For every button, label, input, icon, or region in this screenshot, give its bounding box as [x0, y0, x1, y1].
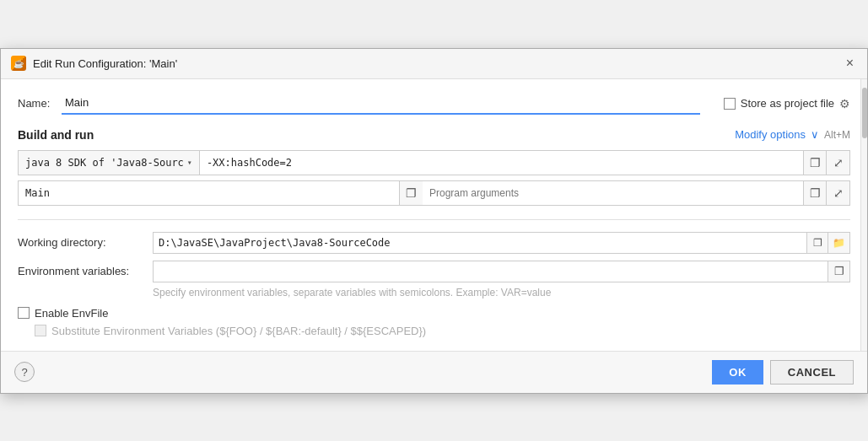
- env-vars-row: Environment variables: ❐: [18, 261, 850, 282]
- enable-envfile-checkbox[interactable]: [18, 307, 30, 319]
- modify-options-button[interactable]: Modify options ∨ Alt+M: [735, 128, 850, 141]
- substitute-vars-label: Substitute Environment Variables (${FOO}…: [51, 325, 426, 337]
- main-copy-button[interactable]: ❐: [399, 180, 423, 206]
- footer-right: OK CANCEL: [712, 360, 854, 385]
- env-vars-input[interactable]: [153, 261, 828, 282]
- dialog-title: Edit Run Configuration: 'Main': [33, 57, 177, 70]
- close-button[interactable]: ×: [843, 55, 857, 72]
- name-label: Name:: [18, 97, 51, 110]
- vm-expand-button[interactable]: ⤢: [827, 150, 850, 175]
- app-icon: ☕: [11, 56, 26, 71]
- workdir-input[interactable]: [153, 232, 806, 254]
- store-label: Store as project file: [741, 97, 834, 110]
- workdir-buttons: ❐ 📁: [806, 232, 850, 254]
- env-vars-label: Environment variables:: [18, 265, 153, 277]
- gear-icon[interactable]: ⚙: [839, 97, 850, 110]
- sdk-vm-row: java 8 SDK of 'Java8-Sourc ▾ ❐ ⤢: [18, 150, 850, 175]
- env-hint: Specify environment variables, separate …: [153, 286, 850, 298]
- name-input[interactable]: [62, 93, 700, 115]
- enable-envfile-label: Enable EnvFile: [35, 307, 108, 320]
- store-row: Store as project file ⚙: [724, 97, 850, 110]
- dialog-body: Name: Store as project file ⚙ Build and …: [1, 79, 867, 351]
- workdir-file-button[interactable]: ❐: [806, 232, 828, 254]
- shortcut-label: Alt+M: [824, 129, 850, 141]
- section-title: Build and run: [18, 128, 94, 142]
- sdk-select[interactable]: java 8 SDK of 'Java8-Sourc ▾: [18, 150, 199, 175]
- sdk-arrow: ▾: [187, 158, 192, 167]
- substitute-vars-checkbox: [35, 325, 46, 336]
- ok-button[interactable]: OK: [712, 360, 763, 385]
- separator: [18, 219, 850, 220]
- title-bar-left: ☕ Edit Run Configuration: 'Main': [11, 56, 177, 71]
- build-run-header: Build and run Modify options ∨ Alt+M: [18, 128, 850, 142]
- dialog-footer: ? OK CANCEL: [1, 351, 867, 393]
- vm-copy-button[interactable]: ❐: [803, 150, 827, 175]
- dialog-window: ☕ Edit Run Configuration: 'Main' × Name:…: [0, 48, 868, 394]
- scrollbar[interactable]: [860, 79, 867, 351]
- prog-args-input[interactable]: [423, 180, 803, 206]
- vm-options-input[interactable]: [199, 150, 803, 175]
- args-expand-button[interactable]: ⤢: [827, 180, 850, 206]
- title-bar: ☕ Edit Run Configuration: 'Main' ×: [1, 49, 867, 79]
- args-copy-button[interactable]: ❐: [803, 180, 827, 206]
- help-button[interactable]: ?: [14, 362, 35, 382]
- workdir-folder-button[interactable]: 📁: [828, 232, 850, 254]
- workdir-label: Working directory:: [18, 236, 153, 249]
- enable-envfile-row: Enable EnvFile: [18, 307, 850, 320]
- main-class-input[interactable]: [18, 180, 399, 206]
- store-checkbox[interactable]: [724, 98, 736, 110]
- footer-left: ?: [14, 362, 35, 382]
- cancel-button[interactable]: CANCEL: [770, 360, 854, 385]
- substitute-vars-row: Substitute Environment Variables (${FOO}…: [35, 325, 850, 337]
- working-dir-row: Working directory: ❐ 📁: [18, 232, 850, 254]
- env-file-button[interactable]: ❐: [828, 261, 850, 282]
- name-row: Name: Store as project file ⚙: [18, 93, 850, 115]
- main-args-row: ❐ ❐ ⤢: [18, 180, 850, 206]
- scrollbar-thumb[interactable]: [862, 88, 867, 138]
